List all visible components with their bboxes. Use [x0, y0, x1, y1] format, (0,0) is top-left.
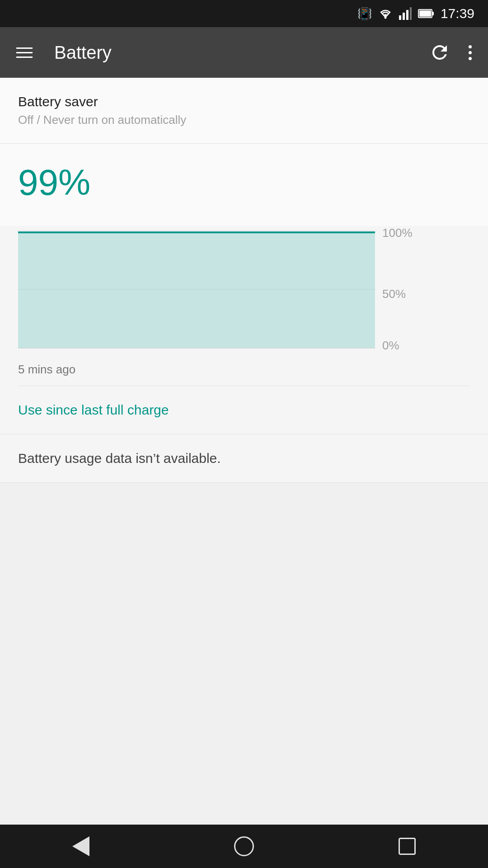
hamburger-line-2 [16, 52, 33, 53]
more-dot-1 [469, 45, 472, 48]
chart-label-0: 0% [382, 339, 425, 353]
signal-icon [399, 7, 412, 20]
use-since-link[interactable]: Use since last full charge [18, 402, 169, 417]
chart-time-label: 5 mins ago [0, 357, 488, 386]
more-options-button[interactable] [465, 42, 475, 64]
svg-marker-11 [18, 232, 375, 348]
battery-saver-section[interactable]: Battery saver Off / Never turn on automa… [0, 78, 488, 144]
svg-rect-2 [403, 13, 405, 20]
refresh-button[interactable] [429, 42, 450, 63]
svg-rect-4 [410, 7, 412, 20]
battery-usage-section: Battery usage data isn’t available. [0, 434, 488, 483]
battery-chart-container: 100% 50% 0% [18, 226, 470, 353]
svg-rect-7 [419, 10, 431, 17]
use-since-section[interactable]: Use since last full charge [0, 386, 488, 434]
bottom-nav [0, 825, 488, 868]
hamburger-line-3 [16, 57, 33, 58]
recents-button[interactable] [399, 838, 416, 855]
chart-label-100: 100% [382, 226, 425, 240]
page-title: Battery [54, 42, 414, 63]
svg-rect-6 [432, 12, 434, 15]
svg-rect-1 [399, 15, 401, 20]
wifi-icon [378, 7, 393, 20]
battery-usage-text: Battery usage data isn’t available. [18, 451, 221, 466]
home-button[interactable] [234, 836, 254, 856]
hamburger-menu-button[interactable] [13, 44, 36, 61]
battery-saver-title: Battery saver [18, 94, 470, 109]
hamburger-line-1 [16, 47, 33, 49]
status-time: 17:39 [441, 6, 474, 21]
more-dot-2 [469, 51, 472, 54]
battery-saver-subtitle: Off / Never turn on automatically [18, 113, 470, 127]
status-bar: 📳 17:39 [0, 0, 488, 27]
battery-status-icon [418, 8, 434, 19]
svg-rect-3 [406, 10, 408, 20]
svg-point-0 [384, 17, 386, 19]
battery-percentage: 99% [18, 162, 470, 203]
content-area: Battery saver Off / Never turn on automa… [0, 78, 488, 483]
app-bar: Battery [0, 27, 488, 78]
status-icons: 📳 17:39 [357, 6, 474, 21]
back-button[interactable] [72, 836, 89, 856]
battery-percent-section: 99% [0, 144, 488, 226]
more-dot-3 [469, 57, 472, 60]
battery-chart [18, 226, 375, 353]
chart-label-50: 50% [382, 287, 425, 301]
vibrate-icon: 📳 [357, 7, 372, 21]
